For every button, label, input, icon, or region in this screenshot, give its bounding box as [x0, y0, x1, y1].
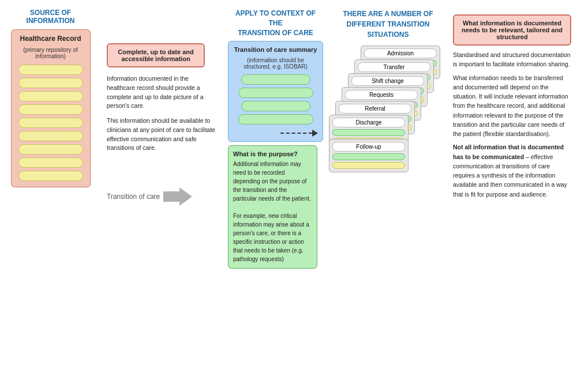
- green-pill-4: [238, 114, 313, 125]
- main-container: SOURCE OF INFORMATION Healthcare Record …: [0, 0, 577, 392]
- card-pill-green-6: [332, 129, 405, 136]
- pill-3: [18, 91, 83, 101]
- card-label-followup: Follow-up: [332, 142, 405, 152]
- card-label-discharge: Discharge: [332, 118, 405, 127]
- situations-column: THERE ARE A NUMBER OF DIFFERENT TRANSITI…: [329, 9, 447, 383]
- relevant-info-box: What information is documented needs to …: [453, 14, 571, 46]
- source-title: SOURCE OF INFORMATION: [6, 9, 95, 25]
- card-label-referral: Referral: [339, 104, 411, 114]
- transition-arrow-area: Transition of care: [101, 187, 222, 206]
- transition-summary-title: Transition of care summary: [234, 46, 317, 53]
- healthcare-record-box: Healthcare Record (primary repository of…: [11, 29, 91, 187]
- purpose-text-para: Additional information may need to be re…: [233, 160, 312, 263]
- info-text-block: Information documented in the healthcare…: [101, 72, 216, 153]
- situations-title-3: SITUATIONS: [368, 31, 409, 39]
- pill-9: [18, 171, 83, 181]
- pill-2: [18, 78, 83, 88]
- transition-summary-box: Transition of care summary (information …: [228, 41, 323, 142]
- card-pill-green-7: [332, 153, 405, 160]
- pill-5: [18, 118, 83, 128]
- card-label-transfer: Transfer: [358, 62, 430, 72]
- pill-4: [18, 104, 83, 115]
- card-followup: Follow-up: [329, 139, 409, 172]
- card-pill-yellow-7: [332, 162, 405, 169]
- info-text-2: This information should be available to …: [107, 116, 216, 153]
- apply-title-line2: TRANSITION OF CARE: [238, 29, 313, 37]
- transition-summary-column: APPLY TO CONTEXT OF THE TRANSITION OF CA…: [228, 9, 323, 383]
- right-text-block: Standardised and structured documentatio…: [453, 50, 571, 203]
- situations-title-2: DIFFERENT TRANSITION: [347, 20, 430, 28]
- info-text-1: Information documented in the healthcare…: [107, 74, 216, 111]
- transition-summary-subtitle: (information should be structured, e.g. …: [233, 57, 318, 70]
- pill-6: [18, 131, 83, 141]
- transition-arrow: [163, 187, 192, 206]
- pill-7: [18, 144, 83, 154]
- situations-title: THERE ARE A NUMBER OF DIFFERENT TRANSITI…: [329, 9, 447, 40]
- card-label-requests: Requests: [345, 90, 418, 100]
- green-pill-1: [241, 74, 310, 85]
- card-label-shiftchange: Shift change: [351, 76, 424, 86]
- arrow-shaft: [163, 191, 179, 202]
- right-text-3: Not all information that is documented h…: [453, 142, 571, 199]
- purpose-text: Additional information may need to be re…: [233, 160, 312, 263]
- apply-title-line1: APPLY TO CONTEXT OF THE: [235, 9, 316, 27]
- card-label-admission: Admission: [364, 48, 437, 58]
- arrow-head: [179, 187, 192, 206]
- right-text-2: What information needs to be transferred…: [453, 73, 571, 139]
- dashed-arrow-head: [312, 130, 318, 137]
- situation-cards-stack: Admission Transfer Shift change Requests: [329, 46, 444, 213]
- pill-1: [18, 65, 83, 75]
- apply-title: APPLY TO CONTEXT OF THE TRANSITION OF CA…: [228, 9, 323, 37]
- dashed-line: [280, 133, 312, 134]
- source-column: SOURCE OF INFORMATION Healthcare Record …: [6, 9, 95, 383]
- right-info-column: What information is documented needs to …: [453, 9, 571, 383]
- complete-info-box: Complete, up to date and accessible info…: [107, 43, 205, 67]
- purpose-box: What is the purpose? Additional informat…: [228, 145, 317, 269]
- green-pill-3: [241, 101, 310, 111]
- healthcare-record-subtitle: (primary repository of information): [16, 47, 85, 59]
- transition-label: Transition of care: [107, 193, 160, 201]
- green-pill-2: [238, 88, 313, 98]
- right-text-1: Standardised and structured documentatio…: [453, 50, 571, 69]
- healthcare-record-title: Healthcare Record: [20, 35, 81, 43]
- pill-8: [18, 157, 83, 168]
- dashed-arrow-container: [280, 130, 318, 137]
- middle-column: Complete, up to date and accessible info…: [101, 9, 222, 383]
- purpose-title: What is the purpose?: [233, 150, 312, 157]
- situations-title-1: THERE ARE A NUMBER OF: [343, 10, 433, 18]
